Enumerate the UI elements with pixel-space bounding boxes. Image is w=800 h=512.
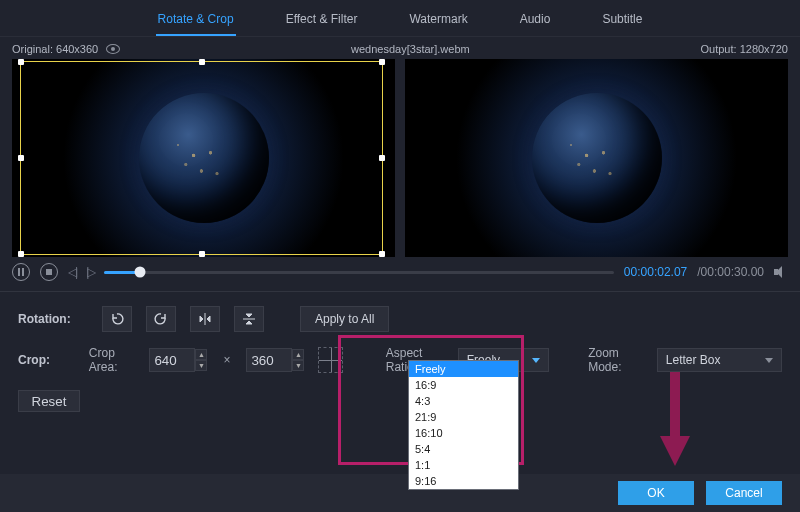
aspect-option-21-9[interactable]: 21:9 <box>409 409 518 425</box>
footer: OK Cancel <box>0 474 800 512</box>
tab-rotate-crop[interactable]: Rotate & Crop <box>156 8 236 36</box>
chevron-down-icon <box>532 358 540 363</box>
cancel-button[interactable]: Cancel <box>706 481 782 505</box>
aspect-option-4-3[interactable]: 4:3 <box>409 393 518 409</box>
crop-handle-b[interactable] <box>199 251 205 257</box>
time-total: /00:00:30.00 <box>697 265 764 279</box>
chevron-down-icon <box>765 358 773 363</box>
crop-handle-tl[interactable] <box>18 59 24 65</box>
tab-watermark[interactable]: Watermark <box>407 8 469 36</box>
crop-handle-tr[interactable] <box>379 59 385 65</box>
ok-button[interactable]: OK <box>618 481 694 505</box>
aspect-ratio-options-list: Freely 16:9 4:3 21:9 16:10 5:4 1:1 9:16 <box>408 360 519 490</box>
flip-horizontal-button[interactable] <box>190 306 220 332</box>
filename: wednesday[3star].webm <box>351 43 470 55</box>
crop-height-input[interactable] <box>246 348 292 372</box>
times-icon: × <box>223 353 230 367</box>
zoom-mode-dropdown[interactable]: Letter Box <box>657 348 782 372</box>
crop-handle-r[interactable] <box>379 155 385 161</box>
volume-icon[interactable] <box>774 266 788 278</box>
aspect-option-1-1[interactable]: 1:1 <box>409 457 518 473</box>
rotate-right-button[interactable] <box>146 306 176 332</box>
aspect-option-16-10[interactable]: 16:10 <box>409 425 518 441</box>
timeline-thumb[interactable] <box>134 267 145 278</box>
rotation-label: Rotation: <box>18 312 88 326</box>
aspect-option-freely[interactable]: Freely <box>409 361 518 377</box>
aspect-option-9-16[interactable]: 9:16 <box>409 473 518 489</box>
crop-handle-br[interactable] <box>379 251 385 257</box>
tab-audio[interactable]: Audio <box>518 8 553 36</box>
crop-handle-t[interactable] <box>199 59 205 65</box>
timeline[interactable] <box>104 265 614 279</box>
earth-image-output <box>532 93 662 223</box>
pause-button[interactable] <box>12 263 30 281</box>
center-crop-button[interactable] <box>318 347 343 373</box>
stop-button[interactable] <box>40 263 58 281</box>
next-frame-button[interactable]: |▷ <box>86 265 94 279</box>
crop-width-stepper[interactable]: ▲▼ <box>195 349 207 371</box>
apply-to-all-button[interactable]: Apply to All <box>300 306 389 332</box>
time-current: 00:00:02.07 <box>624 265 687 279</box>
original-dimensions: Original: 640x360 <box>12 43 98 55</box>
zoom-mode-label: Zoom Mode: <box>588 346 643 374</box>
meta-row: Original: 640x360 wednesday[3star].webm … <box>0 37 800 59</box>
player-controls: ◁| |▷ 00:00:02.07/00:00:30.00 <box>0 257 800 292</box>
tab-subtitle[interactable]: Subtitle <box>600 8 644 36</box>
aspect-option-5-4[interactable]: 5:4 <box>409 441 518 457</box>
tab-effect-filter[interactable]: Effect & Filter <box>284 8 360 36</box>
crop-label: Crop: <box>18 353 75 367</box>
zoom-mode-value: Letter Box <box>666 353 721 367</box>
preview-row <box>0 59 800 257</box>
crop-area-label: Crop Area: <box>89 346 136 374</box>
controls-panel: Rotation: Apply to All Crop: Crop Area: … <box>0 292 800 412</box>
visibility-icon[interactable] <box>106 44 120 54</box>
flip-vertical-button[interactable] <box>234 306 264 332</box>
crop-handle-bl[interactable] <box>18 251 24 257</box>
rotate-left-button[interactable] <box>102 306 132 332</box>
reset-button[interactable]: Reset <box>18 390 80 412</box>
output-dimensions: Output: 1280x720 <box>701 43 788 55</box>
tab-bar: Rotate & Crop Effect & Filter Watermark … <box>0 0 800 37</box>
preview-original[interactable] <box>12 59 395 257</box>
prev-frame-button[interactable]: ◁| <box>68 265 76 279</box>
preview-output <box>405 59 788 257</box>
crop-height-stepper[interactable]: ▲▼ <box>292 349 304 371</box>
crop-handle-l[interactable] <box>18 155 24 161</box>
svg-marker-1 <box>660 436 690 466</box>
aspect-option-16-9[interactable]: 16:9 <box>409 377 518 393</box>
crop-rectangle[interactable] <box>20 61 383 255</box>
crop-width-input[interactable] <box>149 348 195 372</box>
